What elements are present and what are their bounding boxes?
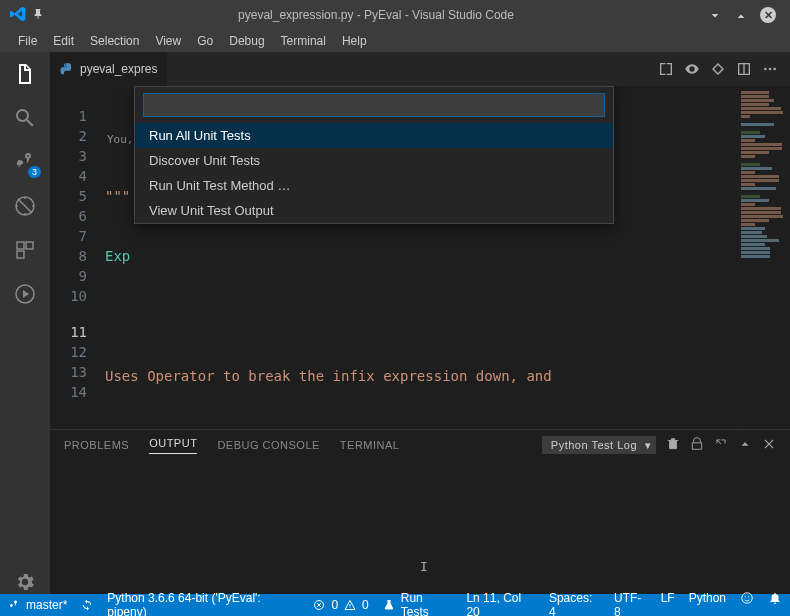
panel-body[interactable]: I: [50, 460, 790, 594]
status-spaces[interactable]: Spaces: 4: [549, 591, 600, 616]
status-run-tests[interactable]: Run Tests: [383, 591, 453, 616]
tab-pyeval-expression[interactable]: pyeval_expres: [50, 52, 168, 86]
menu-go[interactable]: Go: [189, 32, 221, 50]
panel-tab-output[interactable]: OUTPUT: [149, 437, 197, 454]
git-branch-icon: [8, 599, 20, 611]
panel-tab-debug-console[interactable]: DEBUG CONSOLE: [217, 439, 319, 451]
open-preview-icon[interactable]: [684, 61, 700, 77]
beaker-icon: [383, 599, 395, 611]
status-cursor-pos[interactable]: Ln 11, Col 20: [466, 591, 534, 616]
editor-body[interactable]: Run All Unit Tests Discover Unit Tests R…: [50, 86, 790, 429]
split-editor-icon[interactable]: [736, 61, 752, 77]
error-icon: [313, 599, 325, 611]
search-icon[interactable]: [13, 106, 37, 130]
menu-bar: File Edit Selection View Go Debug Termin…: [0, 30, 790, 52]
test-icon[interactable]: [13, 282, 37, 306]
svg-point-4: [773, 68, 776, 71]
sync-icon[interactable]: [81, 598, 93, 612]
palette-option-run-all[interactable]: Run All Unit Tests: [135, 123, 613, 148]
close-button[interactable]: ✕: [760, 7, 776, 23]
tab-label: pyeval_expres: [80, 62, 157, 76]
scm-badge: 3: [28, 166, 41, 178]
svg-point-6: [742, 593, 753, 604]
palette-option-discover[interactable]: Discover Unit Tests: [135, 148, 613, 173]
palette-option-run-method[interactable]: Run Unit Test Method …: [135, 173, 613, 198]
status-problems[interactable]: 0 0: [313, 598, 368, 612]
clear-output-icon[interactable]: [666, 437, 680, 453]
panel-tab-terminal[interactable]: TERMINAL: [340, 439, 400, 451]
status-bar: master* Python 3.6.6 64-bit ('PyEval': p…: [0, 594, 790, 616]
compare-changes-icon[interactable]: [658, 61, 674, 77]
activity-bar: 3: [0, 52, 50, 594]
feedback-icon[interactable]: [740, 591, 754, 616]
svg-point-7: [745, 596, 746, 597]
debug-icon[interactable]: [13, 194, 37, 218]
title-bar: pyeval_expression.py - PyEval - Visual S…: [0, 0, 790, 30]
menu-selection[interactable]: Selection: [82, 32, 147, 50]
minimap[interactable]: [738, 86, 790, 429]
maximize-panel-icon[interactable]: [738, 437, 752, 453]
status-encoding[interactable]: UTF-8: [614, 591, 647, 616]
panel-tab-problems[interactable]: PROBLEMS: [64, 439, 129, 451]
svg-point-8: [748, 596, 749, 597]
svg-point-2: [764, 68, 767, 71]
palette-option-view-output[interactable]: View Unit Test Output: [135, 198, 613, 223]
warning-icon: [344, 599, 356, 611]
status-branch[interactable]: master*: [8, 598, 67, 612]
extensions-icon[interactable]: [13, 238, 37, 262]
bottom-panel: PROBLEMS OUTPUT DEBUG CONSOLE TERMINAL P…: [50, 429, 790, 594]
editor-tabs: pyeval_expres: [50, 52, 790, 86]
menu-view[interactable]: View: [147, 32, 189, 50]
python-file-icon: [60, 62, 74, 76]
chevron-down-icon: ▾: [645, 439, 652, 452]
run-icon[interactable]: [710, 61, 726, 77]
pin-icon[interactable]: [32, 8, 44, 23]
explorer-icon[interactable]: [13, 62, 37, 86]
command-palette-input[interactable]: [143, 93, 605, 117]
close-panel-icon[interactable]: [762, 437, 776, 453]
window-title: pyeval_expression.py - PyEval - Visual S…: [44, 8, 708, 22]
menu-terminal[interactable]: Terminal: [273, 32, 334, 50]
notifications-icon[interactable]: [768, 591, 782, 616]
settings-gear-icon[interactable]: [13, 570, 37, 594]
menu-debug[interactable]: Debug: [221, 32, 272, 50]
command-palette: Run All Unit Tests Discover Unit Tests R…: [134, 86, 614, 224]
lock-scroll-icon[interactable]: [690, 437, 704, 453]
menu-help[interactable]: Help: [334, 32, 375, 50]
vscode-logo-icon: [10, 6, 26, 25]
output-channel-select[interactable]: Python Test Log ▾: [542, 436, 656, 454]
more-actions-icon[interactable]: [762, 61, 778, 77]
maximize-button[interactable]: [734, 8, 748, 22]
minimize-button[interactable]: [708, 8, 722, 22]
source-control-icon[interactable]: 3: [13, 150, 37, 174]
svg-point-3: [769, 68, 772, 71]
line-gutter: 1 2 3 4 5 6 7 8 9 10 11 12 13 14: [50, 86, 105, 429]
text-cursor-icon: I: [420, 559, 428, 574]
status-eol[interactable]: LF: [661, 591, 675, 616]
open-new-icon[interactable]: [714, 437, 728, 453]
menu-file[interactable]: File: [10, 32, 45, 50]
menu-edit[interactable]: Edit: [45, 32, 82, 50]
status-language[interactable]: Python: [689, 591, 726, 616]
status-python[interactable]: Python 3.6.6 64-bit ('PyEval': pipenv): [107, 591, 299, 616]
